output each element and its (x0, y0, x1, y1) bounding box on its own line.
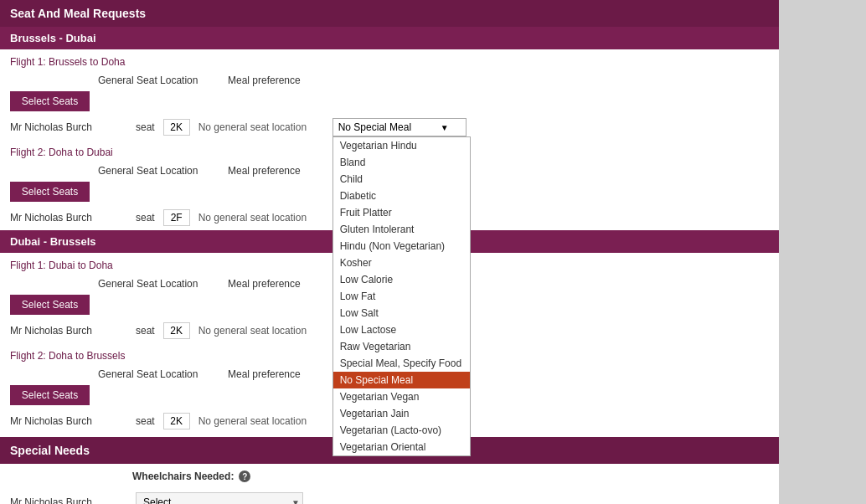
seat-label-2: seat (136, 212, 155, 224)
meal-option-low-lact[interactable]: Low Lactose (333, 321, 470, 338)
meal-option-no-special[interactable]: No Special Meal (333, 372, 470, 388)
meal-dropdown-open-1[interactable]: No Special Meal ▼ Vegetarian Hindu Bland… (332, 118, 467, 136)
route-brussels-dubai: Brussels - Dubai Flight 1: Brussels to D… (0, 27, 779, 230)
meal-option-child[interactable]: Child (333, 171, 470, 188)
seat-value-4: 2K (163, 413, 190, 429)
passenger-name-1: Mr Nicholas Burch (10, 121, 127, 133)
no-seat-1: No general seat location (198, 121, 324, 133)
select-seats-btn-1[interactable]: Select Seats (10, 91, 90, 111)
flight-name-2: Flight 2: Doha to Dubai (10, 147, 113, 158)
flight-label-1: Flight 1: Brussels to Doha (0, 49, 779, 71)
meal-option-fruit[interactable]: Fruit Platter (333, 204, 470, 221)
select-seats-btn-4[interactable]: Select Seats (10, 385, 90, 405)
wheelchair-label-row: Wheelchairs Needed: ? (0, 464, 779, 489)
seat-value-1: 2K (163, 119, 190, 136)
seat-label-3: seat (136, 325, 155, 337)
col-seat-loc-4: General Seat Location (98, 368, 228, 380)
meal-option-veg-orient[interactable]: Vegetarian Oriental (333, 439, 470, 455)
flight-bru-doh: Flight 1: Brussels to Doha General Seat … (0, 49, 779, 140)
section-header: Seat And Meal Requests (0, 0, 779, 27)
meal-option-veg-jain[interactable]: Vegetarian Jain (333, 405, 470, 422)
route-header-brussels-dubai: Brussels - Dubai (0, 27, 779, 49)
select-seats-btn-2[interactable]: Select Seats (10, 182, 90, 202)
no-seat-4: No general seat location (198, 415, 324, 427)
meal-option-hindu-nv[interactable]: Hindu (Non Vegetarian) (333, 238, 470, 255)
passenger-name-3: Mr Nicholas Burch (10, 325, 127, 337)
no-seat-2: No general seat location (198, 212, 324, 224)
seat-label-1: seat (136, 121, 155, 133)
meal-option-special[interactable]: Special Meal, Specify Food (333, 355, 470, 372)
col-meal-pref-4: Meal preference (228, 368, 301, 380)
meal-select-top-1[interactable]: No Special Meal ▼ (332, 118, 467, 136)
dropdown-arrow-1: ▼ (441, 123, 449, 132)
meal-option-gluten[interactable]: Gluten Intolerant (333, 221, 470, 238)
special-needs-title: Special Needs (10, 444, 90, 457)
wheelchair-label: Wheelchairs Needed: (132, 471, 234, 482)
meal-option-low-cal[interactable]: Low Calorie (333, 271, 470, 288)
col-seat-loc-2: General Seat Location (98, 165, 228, 177)
wheelchair-select-wrapper[interactable]: Select ... ▼ (136, 492, 303, 504)
flight-name-3: Flight 1: Dubai to Doha (10, 260, 113, 271)
meal-selected-1: No Special Meal (338, 121, 411, 133)
flight-col-headers-1: General Seat Location Meal preference (0, 71, 779, 88)
flight-name-4: Flight 2: Doha to Brussels (10, 350, 125, 362)
passenger-details-bru-doh: Mr Nicholas Burch seat 2K No general sea… (0, 115, 779, 140)
main-container: Seat And Meal Requests Brussels - Dubai … (0, 0, 779, 504)
wheelchair-passenger-name: Mr Nicholas Burch (10, 496, 127, 504)
no-seat-3: No general seat location (198, 325, 324, 337)
meal-option-diabetic[interactable]: Diabetic (333, 188, 470, 204)
section-title: Seat And Meal Requests (10, 7, 146, 20)
route-label-2: Dubai - Brussels (10, 235, 96, 248)
meal-option-vh[interactable]: Vegetarian Hindu (333, 137, 470, 154)
seat-value-3: 2K (163, 322, 190, 339)
wheelchair-help-icon[interactable]: ? (239, 471, 250, 482)
route-label-1: Brussels - Dubai (10, 32, 96, 44)
col-meal-pref-3: Meal preference (228, 278, 301, 290)
passenger-wheelchair-row: Mr Nicholas Burch Select ... ▼ (0, 489, 779, 504)
passenger-name-4: Mr Nicholas Burch (10, 415, 127, 427)
passenger-row-bru-doh: Select Seats (0, 88, 779, 115)
col-meal-pref-2: Meal preference (228, 165, 301, 177)
meal-option-veg-lacto[interactable]: Vegetarian (Lacto-ovo) (333, 422, 470, 439)
col-seat-loc-3: General Seat Location (98, 278, 228, 290)
col-meal-pref-1: Meal preference (228, 75, 301, 86)
wheelchair-select[interactable]: Select ... (136, 492, 303, 504)
dropdown-list-1[interactable]: Vegetarian Hindu Bland Child Diabetic Fr… (332, 136, 471, 456)
select-seats-btn-3[interactable]: Select Seats (10, 295, 90, 315)
meal-option-raw-veg[interactable]: Raw Vegetarian (333, 338, 470, 355)
meal-option-low-fat[interactable]: Low Fat (333, 288, 470, 305)
passenger-name-2: Mr Nicholas Burch (10, 212, 127, 224)
flight-name-1: Flight 1: Brussels to Doha (10, 56, 125, 68)
seat-label-4: seat (136, 415, 155, 427)
meal-option-kosher[interactable]: Kosher (333, 255, 470, 271)
meal-option-bland[interactable]: Bland (333, 154, 470, 171)
seat-value-2: 2F (163, 209, 190, 226)
meal-option-low-salt[interactable]: Low Salt (333, 305, 470, 321)
col-seat-loc-1: General Seat Location (98, 75, 228, 86)
meal-option-veg-vegan[interactable]: Vegetarian Vegan (333, 388, 470, 405)
